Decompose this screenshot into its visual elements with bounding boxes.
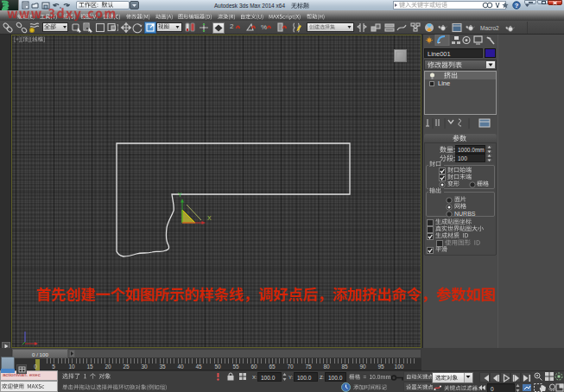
svg-text:Y: Y (178, 192, 182, 198)
svg-text:2: 2 (230, 22, 234, 30)
svg-text:%: % (261, 23, 267, 31)
svg-text:?: ? (515, 2, 519, 9)
svg-text:X: X (207, 215, 212, 221)
